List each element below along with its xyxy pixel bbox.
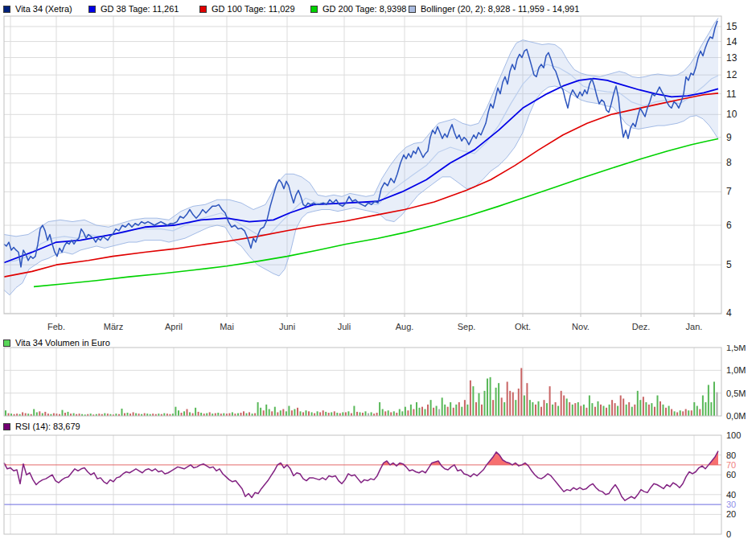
svg-text:Sep.: Sep. [458, 322, 476, 331]
stock-chart-widget: Vita 34 (Xetra)GD 38 Tage: 11,261GD 100 … [0, 0, 756, 539]
svg-text:Dez.: Dez. [632, 322, 651, 331]
rsi-legend-label: RSI (14): 83,679 [15, 422, 80, 431]
svg-text:1,0M: 1,0M [726, 365, 746, 375]
price-legend-item: GD 38 Tage: 11,261 [88, 2, 179, 15]
svg-text:5: 5 [726, 259, 732, 270]
svg-text:100: 100 [726, 431, 741, 440]
svg-text:7: 7 [726, 186, 732, 197]
svg-text:12: 12 [726, 69, 738, 80]
svg-text:60: 60 [726, 470, 736, 479]
price-legend: Vita 34 (Xetra)GD 38 Tage: 11,261GD 100 … [0, 2, 756, 15]
svg-text:Nov.: Nov. [572, 322, 590, 331]
rsi-swatch-icon [3, 423, 10, 430]
svg-text:Okt.: Okt. [515, 322, 531, 331]
series-swatch-icon [88, 6, 96, 13]
svg-text:14: 14 [726, 36, 738, 47]
price-legend-label: GD 38 Tage: 11,261 [101, 4, 179, 14]
svg-text:Aug.: Aug. [396, 322, 414, 331]
price-chart: 151413121110987654Feb.MärzAprilMaiJuniJu… [0, 14, 756, 335]
svg-text:0,5M: 0,5M [726, 389, 746, 398]
svg-text:8: 8 [726, 157, 732, 168]
series-swatch-icon [409, 6, 416, 13]
rsi-chart: 1008070604030200 [0, 431, 756, 539]
price-legend-label: Vita 34 (Xetra) [15, 4, 72, 14]
svg-text:Juli: Juli [338, 322, 351, 331]
svg-text:Mai: Mai [220, 322, 234, 331]
svg-text:0: 0 [726, 529, 731, 539]
price-legend-label: Bollinger (20, 2): 8,928 - 11,959 - 14,9… [421, 4, 579, 14]
svg-text:9: 9 [726, 132, 732, 143]
volume-chart: 1,5M1,0M0,5M0,0M [0, 345, 756, 432]
svg-text:1,5M: 1,5M [726, 345, 746, 352]
price-legend-item: Vita 34 (Xetra) [3, 2, 72, 15]
svg-text:Juni: Juni [279, 322, 295, 331]
price-legend-label: GD 100 Tage: 11,029 [212, 4, 295, 14]
price-legend-item: GD 200 Tage: 8,9398 [310, 2, 406, 15]
svg-text:4: 4 [726, 307, 732, 319]
series-swatch-icon [310, 6, 318, 13]
svg-text:80: 80 [726, 451, 736, 460]
svg-text:April: April [165, 322, 183, 331]
svg-text:15: 15 [726, 21, 738, 32]
svg-text:März: März [104, 322, 123, 331]
svg-text:6: 6 [726, 220, 732, 231]
svg-text:Feb.: Feb. [47, 322, 65, 331]
svg-text:30: 30 [726, 500, 736, 509]
price-legend-item: Bollinger (20, 2): 8,928 - 11,959 - 14,9… [409, 2, 579, 15]
svg-text:Jan.: Jan. [686, 322, 703, 331]
svg-text:13: 13 [726, 52, 738, 64]
price-legend-item: GD 100 Tage: 11,029 [199, 2, 295, 15]
svg-text:40: 40 [726, 490, 736, 500]
price-legend-label: GD 200 Tage: 8,9398 [323, 4, 406, 14]
svg-text:70: 70 [726, 460, 736, 470]
svg-text:20: 20 [726, 509, 736, 519]
svg-text:10: 10 [726, 109, 738, 120]
series-swatch-icon [3, 6, 10, 13]
svg-text:11: 11 [726, 88, 737, 100]
series-swatch-icon [199, 6, 207, 13]
